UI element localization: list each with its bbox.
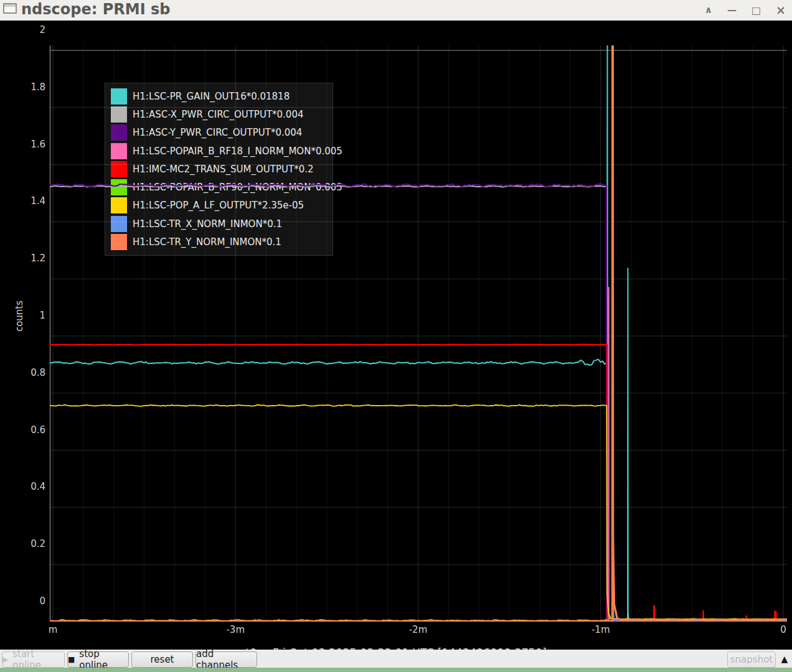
snapshot-button[interactable]: snapshot xyxy=(727,651,776,668)
x-tick-label: -2m xyxy=(393,623,443,637)
legend-label: H1:LSC-POPAIR_B_RF90_I_NORM_MON*0.005 xyxy=(133,182,342,193)
legend-label: H1:ASC-Y_PWR_CIRC_OUTPUT*0.004 xyxy=(133,127,302,138)
legend-swatch xyxy=(111,143,127,159)
legend-swatch xyxy=(111,161,127,177)
legend-item: H1:LSC-POP_A_LF_OUTPUT*2.35e-05 xyxy=(105,197,332,215)
legend-label: H1:LSC-POPAIR_B_RF18_I_NORM_MON*0.005 xyxy=(133,146,342,157)
y-tick-label: 0.6 xyxy=(0,423,45,437)
legend-label: H1:ASC-X_PWR_CIRC_OUTPUT*0.004 xyxy=(133,109,304,120)
trace-H1:IMC-MC2_TRANS_SUM_OUTPUT*0.2 xyxy=(50,345,787,621)
shade-icon[interactable]: ∧ xyxy=(705,0,712,21)
legend-swatch xyxy=(111,88,127,105)
reset-button[interactable]: reset xyxy=(131,651,193,668)
y-tick-label: 1.8 xyxy=(0,80,45,94)
legend-swatch xyxy=(111,216,127,232)
snapshot-label: snapshot xyxy=(730,654,773,665)
trace-H1:LSC-POPAIR_B_RF90_I_NORM_MON*0.005 xyxy=(50,619,787,622)
legend-item: H1:LSC-TR_X_NORM_INMON*0.1 xyxy=(105,215,332,233)
title-bar: ndscope: PRMI sb ∧ — □ × xyxy=(0,0,792,21)
legend-swatch xyxy=(111,106,127,123)
x-tick-label: -1m xyxy=(576,623,626,637)
minimize-icon[interactable]: — xyxy=(727,0,737,21)
x-tick-label: m xyxy=(28,623,78,637)
legend-label: H1:IMC-MC2_TRANS_SUM_OUTPUT*0.2 xyxy=(133,164,314,175)
y-tick-label: 0.4 xyxy=(0,480,45,493)
legend-label: H1:LSC-PR_GAIN_OUT16*0.01818 xyxy=(133,91,290,102)
start-online-button[interactable]: ▶ start online xyxy=(2,651,65,668)
ndscope-window: ndscope: PRMI sb ∧ — □ × H1:LSC-PR_GAIN_… xyxy=(0,0,792,672)
y-tick-label: 1.2 xyxy=(0,251,45,265)
maximize-icon[interactable]: □ xyxy=(752,0,761,21)
legend-swatch xyxy=(111,179,127,195)
window-title: ndscope: PRMI sb xyxy=(21,1,170,18)
legend-item: H1:LSC-POPAIR_B_RF90_I_NORM_MON*0.005 xyxy=(105,178,332,196)
window-controls: ∧ — □ × xyxy=(705,0,786,21)
legend[interactable]: H1:LSC-PR_GAIN_OUT16*0.01818H1:ASC-X_PWR… xyxy=(105,83,333,256)
x-tick-label: 0 xyxy=(758,623,792,637)
y-tick-label: 1.4 xyxy=(0,194,45,208)
y-tick-label: 1.6 xyxy=(0,138,45,151)
y-tick-label: 0.2 xyxy=(0,537,45,551)
plot-area[interactable]: H1:LSC-PR_GAIN_OUT16*0.01818H1:ASC-X_PWR… xyxy=(50,45,787,622)
legend-swatch xyxy=(111,197,127,213)
y-tick-label: 2 xyxy=(0,23,45,37)
plot-region: H1:LSC-PR_GAIN_OUT16*0.01818H1:ASC-X_PWR… xyxy=(0,21,792,650)
trace-H1:LSC-POPAIR_B_RF18_I_NORM_MON*0.005 xyxy=(50,287,787,622)
legend-label: H1:LSC-TR_X_NORM_INMON*0.1 xyxy=(133,218,282,230)
x-tick-label: -3m xyxy=(210,623,260,637)
add-channels-button[interactable]: add channels xyxy=(196,651,257,668)
legend-item: H1:IMC-MC2_TRANS_SUM_OUTPUT*0.2 xyxy=(105,160,332,178)
reset-label: reset xyxy=(151,654,174,665)
trace-H1:LSC-POP_A_LF_OUTPUT*2.35e-05 xyxy=(50,405,787,620)
play-icon: ▶ xyxy=(2,656,8,663)
bottom-green-strip xyxy=(0,668,792,672)
legend-item: H1:LSC-POPAIR_B_RF18_I_NORM_MON*0.005 xyxy=(105,142,332,160)
y-tick-label: 0 xyxy=(0,594,45,608)
legend-item: H1:ASC-X_PWR_CIRC_OUTPUT*0.004 xyxy=(105,105,332,123)
legend-item: H1:LSC-TR_Y_NORM_INMON*0.1 xyxy=(105,233,332,251)
y-tick-label: 0.8 xyxy=(0,366,45,380)
y-tick-label: 1 xyxy=(0,309,45,322)
legend-item: H1:LSC-PR_GAIN_OUT16*0.01818 xyxy=(105,87,332,105)
stop-online-button[interactable]: ■ stop online xyxy=(67,651,129,668)
app-window-icon xyxy=(3,3,17,14)
stop-icon: ■ xyxy=(68,656,75,663)
legend-label: H1:LSC-TR_Y_NORM_INMON*0.1 xyxy=(133,236,281,248)
legend-swatch xyxy=(111,234,127,250)
bottom-toolbar: ▶ start online ■ stop online reset add c… xyxy=(0,650,792,668)
legend-label: H1:LSC-POP_A_LF_OUTPUT*2.35e-05 xyxy=(133,200,304,211)
legend-item: H1:ASC-Y_PWR_CIRC_OUTPUT*0.004 xyxy=(105,124,332,142)
scroll-up-arrow-icon[interactable]: ▲ xyxy=(779,653,790,665)
close-icon[interactable]: × xyxy=(776,0,786,21)
legend-swatch xyxy=(111,124,127,141)
